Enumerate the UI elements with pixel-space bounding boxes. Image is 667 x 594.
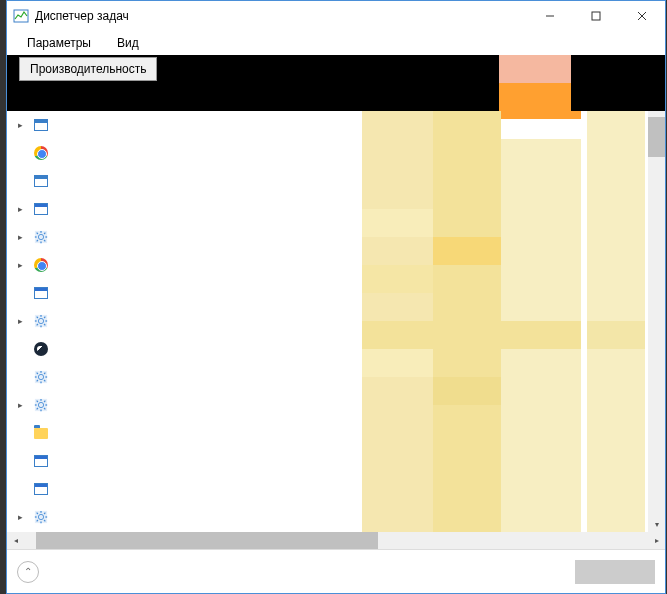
folder-icon	[33, 425, 49, 441]
app-icon	[13, 8, 29, 24]
metric-cell	[433, 377, 501, 405]
process-row[interactable]: ▸	[7, 335, 362, 363]
process-metrics-columns	[362, 111, 665, 532]
tab-bar: Производительность	[7, 55, 665, 83]
expand-chevron-icon[interactable]: ▸	[13, 204, 27, 214]
close-button[interactable]	[619, 1, 665, 31]
menubar: Параметры Вид	[7, 31, 665, 55]
process-row[interactable]: ▸	[7, 363, 362, 391]
menu-view[interactable]: Вид	[113, 34, 143, 52]
expand-chevron-icon[interactable]: ▸	[13, 400, 27, 410]
process-row[interactable]: ▸	[7, 251, 362, 279]
expand-chevron-icon[interactable]: ▸	[13, 512, 27, 522]
footer: ⌃	[7, 549, 665, 593]
window-icon	[33, 117, 49, 133]
process-row[interactable]: ▸	[7, 419, 362, 447]
window-blue-icon	[33, 481, 49, 497]
window-controls	[527, 1, 665, 31]
svg-rect-14	[35, 231, 47, 243]
gear-icon	[33, 369, 49, 385]
expand-chevron-icon[interactable]: ▸	[13, 120, 27, 130]
process-row[interactable]: ▸	[7, 475, 362, 503]
vertical-scrollbar-thumb[interactable]	[648, 117, 665, 157]
steam-icon	[33, 341, 49, 357]
metric-cell	[587, 321, 645, 349]
header-highlight-salmon	[499, 55, 571, 83]
expand-chevron-icon[interactable]: ▸	[13, 260, 27, 270]
process-row[interactable]: ▸	[7, 391, 362, 419]
chrome-icon	[33, 145, 49, 161]
end-task-button[interactable]	[575, 560, 655, 584]
scroll-left-arrow[interactable]: ◂	[7, 532, 24, 549]
window-icon	[33, 173, 49, 189]
process-row[interactable]: ▸	[7, 223, 362, 251]
scroll-down-arrow[interactable]: ▾	[648, 516, 665, 533]
metric-cell	[362, 349, 433, 377]
vertical-scrollbar[interactable]: ▾	[648, 111, 665, 533]
task-manager-window: Диспетчер задач Параметры Вид Производит…	[6, 0, 666, 594]
horizontal-scrollbar-thumb[interactable]	[36, 532, 378, 549]
window-blue-icon	[33, 201, 49, 217]
collapse-toggle-button[interactable]: ⌃	[17, 561, 39, 583]
metric-cell	[501, 111, 581, 119]
titlebar: Диспетчер задач	[7, 1, 665, 31]
svg-rect-34	[35, 371, 47, 383]
maximize-button[interactable]	[573, 1, 619, 31]
horizontal-scrollbar[interactable]: ◂ ▸	[7, 532, 665, 549]
metric-cell	[501, 119, 581, 139]
tab-performance[interactable]: Производительность	[19, 57, 157, 81]
minimize-button[interactable]	[527, 1, 573, 31]
process-row[interactable]: ▸	[7, 139, 362, 167]
process-row[interactable]: ▸	[7, 503, 362, 531]
header-highlight-orange	[499, 83, 571, 111]
chrome-icon	[33, 257, 49, 273]
gear-icon	[33, 313, 49, 329]
process-row[interactable]: ▸	[7, 447, 362, 475]
process-row[interactable]: ▸	[7, 307, 362, 335]
process-row[interactable]: ▸	[7, 279, 362, 307]
metric-cell	[362, 209, 433, 237]
metric-cell	[362, 265, 433, 293]
process-row[interactable]: ▸	[7, 111, 362, 139]
metric-cell	[433, 111, 501, 531]
gear-icon	[33, 229, 49, 245]
window-title: Диспетчер задач	[35, 9, 527, 23]
metric-cell	[362, 321, 433, 349]
window-blue-icon	[33, 285, 49, 301]
metric-cell	[501, 321, 581, 349]
process-name-column: ▸▸▸▸▸▸▸▸▸▸▸▸▸▸▸▸	[7, 111, 362, 532]
svg-rect-54	[35, 511, 47, 523]
svg-rect-2	[592, 12, 600, 20]
gear-icon	[33, 509, 49, 525]
menu-params[interactable]: Параметры	[23, 34, 95, 52]
process-row[interactable]: ▸	[7, 195, 362, 223]
window-blue-icon	[33, 453, 49, 469]
svg-rect-24	[35, 315, 47, 327]
process-row[interactable]: ▸	[7, 167, 362, 195]
metric-cell	[362, 111, 433, 167]
process-table-body: ▸▸▸▸▸▸▸▸▸▸▸▸▸▸▸▸	[7, 111, 665, 532]
column-header-row	[7, 83, 665, 111]
svg-rect-44	[35, 399, 47, 411]
metric-cell	[433, 237, 501, 265]
scroll-right-arrow[interactable]: ▸	[648, 532, 665, 549]
expand-chevron-icon[interactable]: ▸	[13, 232, 27, 242]
expand-chevron-icon[interactable]: ▸	[13, 316, 27, 326]
horizontal-scrollbar-track[interactable]	[24, 532, 648, 549]
gear-icon	[33, 397, 49, 413]
